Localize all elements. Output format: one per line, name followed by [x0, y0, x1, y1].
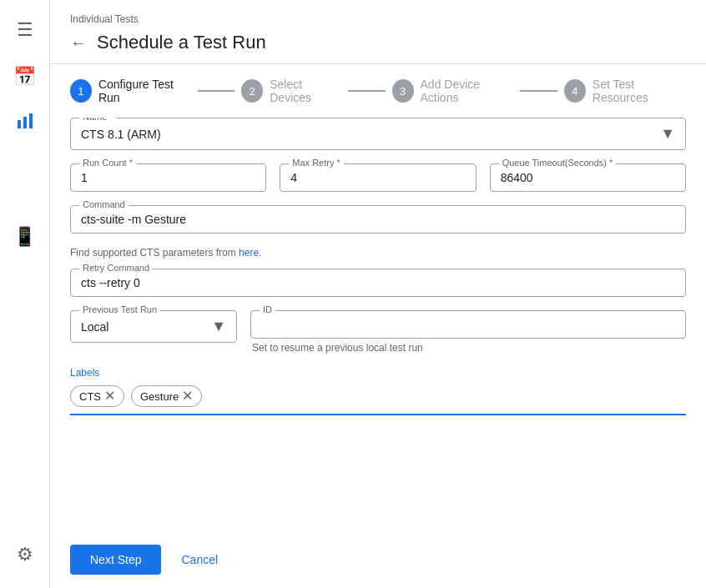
- sidebar-item-analytics[interactable]: [5, 103, 45, 143]
- id-label: ID: [260, 304, 275, 314]
- header: Individual Tests ← Schedule a Test Run: [50, 0, 706, 64]
- step-1: 1 Configure Test Run: [70, 78, 191, 104]
- previous-test-run-row: Previous Test Run Local ▼ ID Set to resu…: [70, 310, 686, 354]
- max-retry-label: Max Retry: [289, 158, 343, 168]
- hint-text: Find supported CTS parameters from here.: [70, 247, 686, 259]
- page-title: Schedule a Test Run: [97, 32, 266, 53]
- menu-icon: ☰: [17, 19, 33, 41]
- form-content: Name CTS 8.1 (ARM) ▼ Run Count Max Retry…: [50, 118, 706, 535]
- step-label-2: Select Devices: [270, 78, 341, 104]
- sidebar-item-settings[interactable]: ⚙: [5, 535, 45, 575]
- run-count-label: Run Count: [79, 158, 136, 168]
- step-circle-3: 3: [392, 79, 414, 103]
- command-field: Command: [70, 205, 686, 234]
- breadcrumb: Individual Tests: [70, 13, 686, 25]
- max-retry-input[interactable]: [290, 171, 465, 184]
- sidebar-item-calendar[interactable]: 📅: [5, 57, 45, 97]
- label-chip-gesture: Gesture ✕: [131, 385, 202, 407]
- step-connector-3: [520, 90, 557, 92]
- svg-rect-1: [23, 117, 27, 128]
- step-4: 4 Set Test Resources: [564, 78, 686, 104]
- step-label-4: Set Test Resources: [593, 78, 686, 104]
- back-button[interactable]: ←: [70, 34, 87, 51]
- labels-container: CTS ✕ Gesture ✕: [70, 385, 686, 415]
- labels-title: Labels: [70, 367, 686, 379]
- label-chip-cts: CTS ✕: [70, 385, 124, 407]
- step-circle-2: 2: [241, 79, 263, 103]
- step-circle-4: 4: [564, 79, 586, 103]
- sidebar-item-device[interactable]: 📱: [5, 217, 45, 257]
- step-connector-2: [348, 90, 386, 92]
- name-dropdown-arrow[interactable]: ▼: [660, 125, 675, 143]
- retry-command-label: Retry Command: [79, 263, 153, 273]
- name-field-group: Name CTS 8.1 (ARM) ▼: [70, 118, 686, 150]
- label-chip-cts-text: CTS: [79, 390, 101, 403]
- label-chip-gesture-remove[interactable]: ✕: [182, 389, 193, 403]
- sidebar: ☰ 📅 📱 ⚙: [0, 0, 50, 588]
- stepper: 1 Configure Test Run 2 Select Devices 3 …: [50, 64, 706, 118]
- run-count-input[interactable]: [81, 171, 255, 184]
- id-input[interactable]: [261, 318, 675, 331]
- command-label: Command: [79, 199, 129, 209]
- actions: Next Step Cancel: [50, 535, 706, 588]
- step-2: 2 Select Devices: [241, 78, 341, 104]
- previous-test-run-arrow[interactable]: ▼: [211, 318, 226, 335]
- labels-section: Labels CTS ✕ Gesture ✕: [70, 367, 686, 415]
- queue-timeout-label: Queue Timeout(Seconds): [499, 158, 617, 168]
- run-count-field: Run Count: [70, 163, 266, 192]
- step-label-1: Configure Test Run: [98, 78, 191, 104]
- svg-rect-0: [18, 120, 21, 128]
- next-step-button[interactable]: Next Step: [70, 545, 161, 575]
- hint-link[interactable]: here.: [239, 247, 261, 259]
- cancel-button[interactable]: Cancel: [174, 545, 224, 575]
- max-retry-field: Max Retry: [280, 163, 476, 192]
- step-connector-1: [198, 90, 235, 92]
- command-input[interactable]: [81, 213, 675, 226]
- calendar-icon: 📅: [13, 66, 36, 88]
- previous-test-run-field: Previous Test Run Local ▼: [70, 310, 237, 343]
- previous-test-run-value: Local: [81, 320, 108, 334]
- name-label: Name: [79, 118, 117, 122]
- label-chip-gesture-text: Gesture: [140, 390, 179, 403]
- step-circle-1: 1: [70, 79, 92, 103]
- id-section: ID Set to resume a previous local test r…: [250, 310, 686, 354]
- previous-test-run-dropdown-row: Local ▼: [81, 318, 226, 335]
- queue-timeout-field: Queue Timeout(Seconds): [490, 163, 686, 192]
- step-3: 3 Add Device Actions: [392, 78, 514, 104]
- sidebar-item-menu[interactable]: ☰: [5, 10, 45, 50]
- step-label-3: Add Device Actions: [421, 78, 514, 104]
- id-field: ID: [250, 310, 686, 339]
- label-chip-cts-remove[interactable]: ✕: [104, 389, 115, 403]
- name-dropdown-row: CTS 8.1 (ARM) ▼: [81, 125, 675, 143]
- svg-rect-2: [29, 113, 33, 128]
- settings-icon: ⚙: [17, 544, 33, 565]
- name-value: CTS 8.1 (ARM): [81, 128, 161, 141]
- retry-command-input[interactable]: [81, 276, 675, 289]
- previous-test-run-label: Previous Test Run: [79, 304, 160, 314]
- device-icon: 📱: [13, 226, 36, 248]
- analytics-icon: [16, 112, 34, 135]
- main-content: Individual Tests ← Schedule a Test Run 1…: [50, 0, 706, 588]
- counts-row: Run Count Max Retry Queue Timeout(Second…: [70, 163, 686, 192]
- note-text: Set to resume a previous local test run: [252, 342, 686, 354]
- page-title-row: ← Schedule a Test Run: [70, 32, 686, 63]
- queue-timeout-input[interactable]: [501, 171, 675, 184]
- retry-command-field: Retry Command: [70, 269, 686, 297]
